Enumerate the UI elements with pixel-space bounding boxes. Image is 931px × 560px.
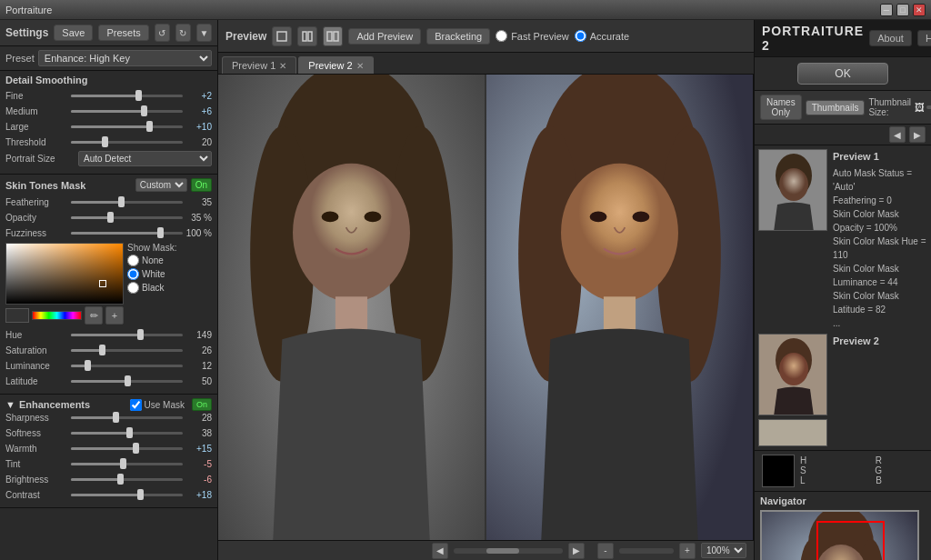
eyedropper-icon[interactable]: ✏: [85, 306, 103, 325]
medium-value: +6: [183, 106, 212, 116]
thumbnails-list: Preview 1 Auto Mask Status = 'Auto' Feat…: [755, 145, 931, 450]
preset-select[interactable]: Enhance: High Key: [38, 50, 212, 66]
thumbnails-button[interactable]: Thumbnails: [806, 100, 866, 115]
thumb-entry-1: Preview 1 Auto Mask Status = 'Auto' Feat…: [758, 149, 927, 330]
brightness-slider[interactable]: [71, 473, 183, 485]
settings-label: Settings: [5, 26, 48, 39]
color-gradient[interactable]: [5, 243, 124, 305]
preview-image-1[interactable]: [218, 75, 486, 540]
warmth-slider[interactable]: [71, 442, 183, 455]
preview-tab-2[interactable]: Preview 2 ✕: [298, 56, 373, 74]
right-next-arrow[interactable]: ▶: [909, 126, 926, 143]
g-label: G: [875, 465, 882, 475]
medium-label: Medium: [5, 106, 71, 116]
color-picker-area: ✏ + Show Mask: None White: [5, 243, 212, 325]
minimize-button[interactable]: ─: [880, 4, 893, 16]
preview2-label: Preview 2: [833, 334, 927, 349]
color-swatch-small[interactable]: [5, 308, 29, 323]
none-radio[interactable]: [127, 255, 139, 266]
about-button[interactable]: About: [869, 30, 912, 46]
white-radio-row[interactable]: White: [127, 268, 176, 280]
help-button[interactable]: Help: [917, 30, 931, 46]
tint-label: Tint: [5, 459, 71, 469]
prev-arrow[interactable]: ◀: [432, 543, 448, 559]
enhancements-on-badge[interactable]: On: [192, 398, 212, 411]
fuzziness-label: Fuzziness: [5, 228, 71, 238]
single-view-button[interactable]: [272, 26, 292, 46]
thumb-3-partial[interactable]: [758, 419, 827, 446]
contrast-label: Contrast: [5, 490, 71, 500]
maximize-button[interactable]: □: [896, 4, 909, 16]
hue-bar[interactable]: [32, 311, 82, 320]
opacity-slider[interactable]: [71, 211, 183, 224]
split-view-button[interactable]: [297, 26, 317, 46]
opacity-row: Opacity 35 %: [5, 211, 212, 224]
save-button[interactable]: Save: [54, 25, 93, 41]
feathering-slider[interactable]: [71, 195, 183, 208]
dual-view-button[interactable]: [323, 26, 343, 46]
saturation-slider[interactable]: [71, 344, 183, 356]
enhancements-toggle[interactable]: ▼: [5, 399, 15, 410]
right-panel: PORTRAITURE 2 About Help OK Names Only T…: [754, 20, 931, 560]
preview-image-2[interactable]: [486, 75, 754, 540]
fine-slider[interactable]: [71, 89, 183, 102]
fuzziness-slider[interactable]: [71, 226, 183, 239]
use-mask-checkbox[interactable]: [130, 399, 142, 411]
zoom-in-button[interactable]: +: [679, 543, 696, 559]
skin-tones-on-badge[interactable]: On: [191, 178, 212, 192]
center-panel: Preview Add Preview Bracketing Fast Prev…: [218, 20, 754, 560]
thumb-entry-2: Preview 2: [758, 334, 927, 415]
latitude-slider[interactable]: [71, 375, 183, 387]
threshold-label: Threshold: [5, 137, 71, 147]
ok-button[interactable]: OK: [797, 63, 887, 85]
dropdown-arrow[interactable]: ▼: [196, 24, 212, 42]
fast-preview-radio[interactable]: [496, 30, 507, 42]
hue-slider[interactable]: [71, 328, 183, 341]
portrait-size-select[interactable]: Auto Detect: [78, 151, 212, 166]
white-radio[interactable]: [127, 268, 139, 280]
add-color-icon[interactable]: +: [105, 306, 124, 325]
softness-slider[interactable]: [71, 426, 183, 439]
scroll-bar[interactable]: [454, 548, 563, 554]
zoom-slider[interactable]: [619, 548, 674, 554]
navigator-box[interactable]: [760, 510, 919, 561]
accurate-radio[interactable]: [575, 30, 586, 42]
names-only-button[interactable]: Names Only: [760, 95, 802, 120]
large-slider[interactable]: [71, 120, 183, 133]
add-preview-button[interactable]: Add Preview: [348, 28, 421, 45]
luminance-slider[interactable]: [71, 359, 183, 372]
svg-rect-2: [308, 32, 312, 41]
right-prev-arrow[interactable]: ◀: [889, 126, 906, 143]
redo-button[interactable]: ↻: [175, 24, 191, 42]
sharpness-slider[interactable]: [71, 411, 183, 424]
tint-slider[interactable]: [71, 457, 183, 470]
preview-tab-2-close[interactable]: ✕: [356, 61, 364, 71]
bracketing-button[interactable]: Bracketing: [426, 28, 490, 45]
zoom-select[interactable]: 100%: [701, 543, 746, 558]
portrait-size-label: Portrait Size: [5, 154, 78, 164]
preset-label: Preset: [5, 53, 35, 64]
medium-slider[interactable]: [71, 105, 183, 117]
none-radio-row[interactable]: None: [127, 255, 176, 266]
latitude-value: 50: [183, 376, 212, 386]
thumb-2-image[interactable]: [758, 334, 827, 415]
contrast-slider[interactable]: [71, 488, 183, 501]
preview1-feathering: Feathering = 0: [833, 194, 927, 207]
preview-tab-1[interactable]: Preview 1 ✕: [222, 56, 296, 74]
close-button[interactable]: ✕: [913, 4, 926, 16]
black-radio-row[interactable]: Black: [127, 282, 176, 294]
color-box-area: H R S G L B: [755, 450, 931, 492]
thumb-1-image[interactable]: [758, 149, 827, 231]
preview-tab-1-close[interactable]: ✕: [279, 61, 286, 71]
skin-tones-preset-select[interactable]: Custom: [135, 178, 187, 192]
undo-button[interactable]: ↺: [155, 24, 170, 42]
preview-images: [218, 75, 754, 540]
presets-button[interactable]: Presets: [98, 25, 148, 41]
ok-area: OK: [755, 57, 931, 91]
large-label: Large: [5, 122, 71, 132]
thumbnail-size-slider[interactable]: [926, 105, 931, 109]
threshold-slider[interactable]: [71, 135, 183, 148]
next-arrow[interactable]: ▶: [568, 543, 585, 559]
zoom-out-button[interactable]: -: [597, 543, 614, 559]
black-radio[interactable]: [127, 282, 139, 294]
